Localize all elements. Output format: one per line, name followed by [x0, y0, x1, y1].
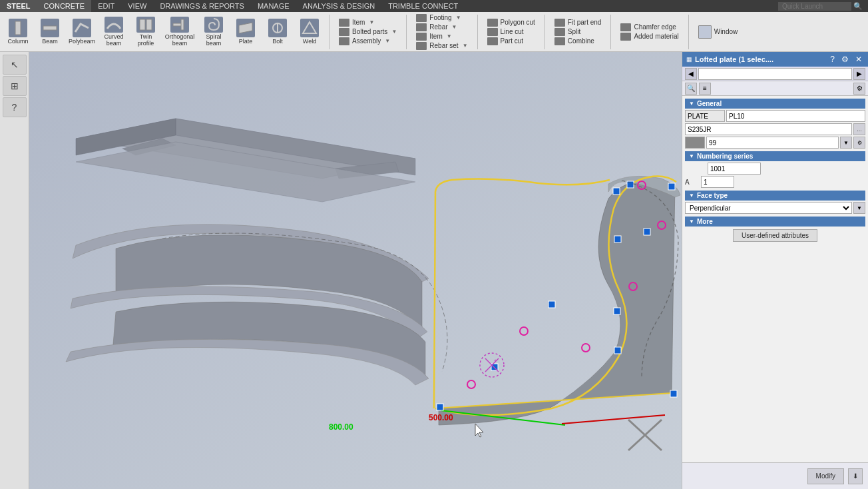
- split-label: Split: [568, 28, 580, 35]
- a-input[interactable]: [701, 176, 734, 188]
- item-dropdown[interactable]: Item ▼: [337, 18, 398, 27]
- plate-field1[interactable]: [685, 110, 725, 122]
- polygon-cut-dropdown[interactable]: Polygon cut: [486, 18, 537, 27]
- svg-rect-24: [614, 236, 621, 243]
- svg-rect-0: [15, 21, 21, 35]
- twin-profile-label: Twin profile: [132, 34, 160, 47]
- menu-analysis[interactable]: ANALYSIS & DESIGN: [296, 0, 382, 12]
- bolted-icon: [339, 28, 349, 36]
- material-field[interactable]: [685, 123, 852, 135]
- menu-view[interactable]: VIEW: [121, 0, 153, 12]
- view-tools-button[interactable]: ⊞: [3, 76, 27, 96]
- color-dropdown-btn[interactable]: ▼: [840, 137, 852, 149]
- panel-nav-dropdown[interactable]: [698, 68, 852, 80]
- general-section-label: General: [697, 100, 722, 107]
- curved-beam-button[interactable]: Curved beam: [99, 15, 129, 49]
- svg-rect-23: [548, 301, 555, 308]
- face-type-section-header[interactable]: ▼ Face type: [685, 191, 865, 201]
- plate-field2[interactable]: [726, 110, 865, 122]
- panel-help-button[interactable]: ?: [828, 55, 837, 64]
- material-btn[interactable]: …: [853, 123, 865, 135]
- right-panel: ▦ Lofted plate (1 selec.... ? ⚙ ✕ ◀ ▶ 🔍 …: [682, 52, 868, 489]
- bolt-button[interactable]: Bolt: [262, 15, 293, 49]
- menu-steel[interactable]: STEEL: [0, 0, 37, 12]
- added-material-dropdown[interactable]: Added material: [619, 32, 680, 41]
- panel-close-button[interactable]: ✕: [853, 55, 864, 64]
- beam-button[interactable]: Beam: [35, 15, 65, 49]
- part-cut-dropdown[interactable]: Part cut: [486, 37, 537, 46]
- column-button[interactable]: Column: [3, 15, 33, 49]
- window-dropdown[interactable]: Window: [697, 25, 740, 39]
- uda-button[interactable]: User-defined attributes: [733, 229, 817, 242]
- rebar-arrow: ▼: [452, 24, 457, 30]
- help-button[interactable]: ?: [3, 97, 27, 117]
- bolted-parts-dropdown[interactable]: Bolted parts ▼: [337, 27, 398, 37]
- select-tool-button[interactable]: ↖: [3, 55, 27, 75]
- part-cut-label: Part cut: [501, 37, 523, 45]
- more-triangle: ▼: [689, 219, 694, 225]
- panel-next-button[interactable]: ▶: [853, 68, 865, 80]
- panel-title: Lofted plate (1 selec....: [695, 55, 825, 63]
- settings-btn2[interactable]: ⚙: [853, 137, 865, 149]
- rebar-set-icon: [416, 42, 427, 50]
- svg-marker-9: [303, 22, 316, 33]
- item-label: Item: [352, 19, 365, 26]
- panel-list-button[interactable]: ≡: [699, 83, 711, 95]
- dimension-red: 500.00: [429, 413, 453, 422]
- series-input[interactable]: [708, 163, 761, 175]
- face-type-dropdown-btn[interactable]: ▼: [853, 202, 865, 214]
- chamfer-edge-label: Chamfer edge: [634, 23, 676, 31]
- panel-content: ▼ General … ▼ ⚙ ▼ Numbering series: [682, 96, 868, 462]
- menu-drawings[interactable]: DRAWINGS & REPORTS: [153, 0, 251, 12]
- modify-button[interactable]: Modify: [807, 468, 844, 484]
- chamfer-edge-dropdown[interactable]: Chamfer edge: [619, 23, 680, 32]
- menu-edit[interactable]: EDIT: [91, 0, 121, 12]
- window-dropdown-group: Window: [693, 13, 744, 51]
- twin-profile-button[interactable]: Twin profile: [130, 15, 161, 49]
- assembly-arrow: ▼: [385, 38, 390, 44]
- window-label: Window: [714, 28, 738, 35]
- panel-settings2-button[interactable]: ⚙: [853, 83, 865, 95]
- rebar-dropdown[interactable]: Rebar ▼: [415, 23, 469, 32]
- spiral-beam-button[interactable]: Spiral beam: [198, 15, 229, 49]
- orthogonal-beam-button[interactable]: Orthogonal beam: [162, 15, 197, 49]
- numbering-section-label: Numbering series: [697, 153, 753, 160]
- weld-label: Weld: [303, 39, 316, 45]
- menu-manage[interactable]: MANAGE: [251, 0, 296, 12]
- bolt-label: Bolt: [272, 39, 283, 45]
- assembly-dropdown[interactable]: Assembly ▼: [337, 37, 398, 46]
- fit-part-end-dropdown[interactable]: Fit part end: [553, 18, 603, 27]
- footing-dropdown[interactable]: Footing ▼: [415, 13, 469, 23]
- number-field[interactable]: [706, 137, 839, 149]
- down-button[interactable]: ⬇: [848, 468, 863, 484]
- svg-rect-1: [43, 26, 57, 30]
- panel-search-button[interactable]: 🔍: [685, 83, 697, 95]
- footing-label: Footing: [429, 14, 451, 21]
- plate-button[interactable]: Plate: [230, 15, 261, 49]
- added-material-label: Added material: [634, 33, 678, 40]
- line-cut-dropdown[interactable]: Line cut: [486, 27, 537, 37]
- menu-trimble[interactable]: TRIMBLE CONNECT: [381, 0, 465, 12]
- combine-dropdown[interactable]: Combine: [553, 37, 603, 46]
- rebar-set-label: Rebar set: [429, 42, 458, 49]
- svg-rect-21: [670, 390, 677, 397]
- orthogonal-beam-label: Orthogonal beam: [164, 34, 196, 47]
- face-type-select[interactable]: Perpendicular Parallel: [685, 202, 852, 214]
- item2-dropdown[interactable]: Item ▼: [415, 32, 469, 41]
- rebar-set-dropdown[interactable]: Rebar set ▼: [415, 41, 469, 51]
- svg-rect-5: [181, 19, 184, 30]
- svg-rect-20: [668, 183, 675, 190]
- quick-launch-input[interactable]: [778, 2, 851, 11]
- viewport[interactable]: + 800.00 500.00: [29, 52, 682, 489]
- weld-button[interactable]: Weld: [294, 15, 325, 49]
- menu-concrete[interactable]: CONCRETE: [37, 0, 91, 12]
- general-section-header[interactable]: ▼ General: [685, 99, 865, 109]
- numbering-section-header[interactable]: ▼ Numbering series: [685, 151, 865, 161]
- color-swatch[interactable]: [685, 137, 705, 149]
- panel-prev-button[interactable]: ◀: [685, 68, 697, 80]
- more-section-header[interactable]: ▼ More: [685, 217, 865, 227]
- polybeam-button[interactable]: Polybeam: [67, 15, 97, 49]
- svg-marker-6: [239, 23, 252, 33]
- panel-settings-button[interactable]: ⚙: [839, 55, 851, 64]
- split-dropdown[interactable]: Split: [553, 27, 603, 37]
